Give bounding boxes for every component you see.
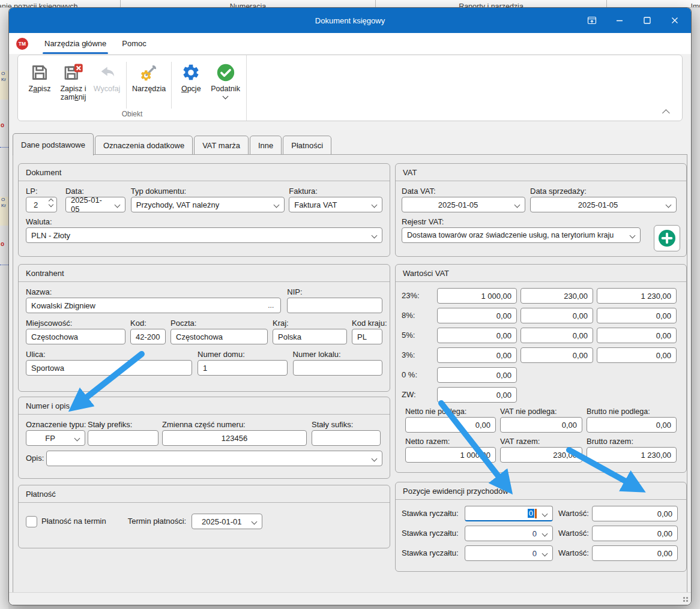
maximize-button[interactable] (633, 8, 661, 33)
stawka-ryczaltu-dropdown-2[interactable]: 0 (465, 526, 553, 541)
ribbon-separator (126, 62, 127, 109)
ulica-label: Ulica: (26, 349, 192, 360)
group-numer-i-opis: Numer i opis Oznaczenie typu: Stały pref… (18, 397, 390, 479)
brutto-nie-podlega-input[interactable]: 0,00 (587, 417, 677, 433)
tab-dane-podstawowe[interactable]: Dane podstawowe (13, 133, 94, 155)
kraj-input[interactable]: Polska (273, 329, 347, 344)
numer-domu-input[interactable]: 1 (198, 360, 287, 376)
options-gear-icon (181, 61, 201, 85)
platnosc-na-termin-checkbox[interactable] (26, 516, 37, 527)
ribbon-tab-narzedzia-glowne[interactable]: Narzędzia główne (37, 33, 114, 54)
vat8-netto-input[interactable]: 0,00 (437, 308, 517, 323)
netto-razem-input[interactable]: 1 000,00 (405, 447, 496, 463)
data-vat-dropdown[interactable]: 2025-01-05 (402, 197, 525, 212)
numer-domu-label: Numer domu: (198, 349, 287, 360)
vat8-brutto-input[interactable]: 0,00 (597, 308, 677, 323)
vat3-brutto-input[interactable]: 0,00 (597, 347, 677, 363)
miejscowosc-input[interactable]: Częstochowa (26, 329, 125, 344)
numer-lokalu-input[interactable] (293, 360, 382, 376)
browse-button[interactable]: ... (266, 301, 276, 310)
dock-window-button[interactable] (578, 8, 606, 33)
stawka-ryczaltu-dropdown-3[interactable]: 0 (465, 545, 553, 561)
dock-window-icon (587, 15, 597, 26)
titlebar[interactable]: Dokument księgowy (9, 8, 691, 33)
vat0-netto-input[interactable]: 0,00 (437, 367, 517, 383)
group-wartosci-vat: Wartości VAT 23%: 1 000,00 230,00 1 230,… (395, 264, 687, 473)
chevron-down-icon (223, 94, 229, 100)
faktura-dropdown[interactable]: Faktura VAT (289, 197, 382, 212)
bg-fragment: Kr (1, 203, 8, 209)
vat5-vat-input[interactable]: 0,00 (520, 328, 593, 343)
vat23-vat-input[interactable]: 230,00 (520, 288, 593, 304)
nip-input[interactable] (287, 298, 382, 313)
vat23-netto-input[interactable]: 1 000,00 (437, 288, 517, 304)
poczta-input[interactable]: Częstochowa (170, 329, 268, 344)
termin-platnosci-dropdown[interactable]: 2025-01-01 (192, 514, 262, 529)
vat23-brutto-input[interactable]: 1 230,00 (597, 288, 677, 304)
save-and-close-button[interactable]: Zapisz i zamknij (56, 58, 90, 102)
group-kontrahent: Kontrahent Nazwa: Kowalski Zbigniew ... … (18, 264, 390, 392)
vat8-vat-input[interactable]: 0,00 (520, 308, 593, 323)
data-dropdown[interactable]: 2025-01-05 (65, 197, 125, 212)
staly-sufiks-input[interactable] (312, 430, 381, 446)
waluta-dropdown[interactable]: PLN - Złoty (26, 227, 382, 243)
vat-zw-netto-input[interactable]: 0,00 (437, 387, 517, 403)
kod-kraju-input[interactable]: PL (352, 329, 382, 344)
stawka-ryczaltu-label: Stawka ryczałtu: (402, 508, 465, 519)
staly-prefiks-label: Stały prefiks: (88, 419, 162, 430)
chevron-down-icon (542, 531, 548, 537)
zmienna-czesc-label: Zmienna część numeru: (162, 419, 312, 430)
tab-oznaczenia-dodatkowe[interactable]: Oznaczenia dodatkowe (95, 136, 193, 155)
background-app-left-edge: O Kr o O Kr o (0, 8, 8, 609)
stawka-ryczaltu-dropdown-1[interactable]: 0 (465, 506, 553, 521)
vat-razem-input[interactable]: 230,00 (500, 447, 582, 463)
tab-vat-marza[interactable]: VAT marża (194, 136, 249, 155)
resize-grip[interactable] (683, 597, 685, 599)
vat-nie-podlega-input[interactable]: 0,00 (500, 417, 582, 433)
ribbon-tab-pomoc[interactable]: Pomoc (114, 33, 154, 54)
vat-nie-podlega-label: VAT nie podlega: (500, 406, 582, 417)
data-sprzedazy-dropdown[interactable]: 2025-01-05 (530, 197, 677, 212)
netto-nie-podlega-input[interactable]: 0,00 (405, 417, 496, 433)
vat3-vat-input[interactable]: 0,00 (520, 347, 593, 363)
wartosc-input-1[interactable]: 0,00 (592, 506, 678, 521)
tab-platnosci[interactable]: Płatności (283, 136, 331, 155)
ulica-input[interactable]: Sportowa (26, 360, 192, 376)
app-logo[interactable]: TM (16, 38, 28, 50)
vat5-netto-input[interactable]: 0,00 (437, 328, 517, 343)
zmienna-czesc-input[interactable]: 123456 (162, 430, 307, 446)
save-button[interactable]: Zapisz (23, 58, 56, 93)
wartosc-input-2[interactable]: 0,00 (592, 526, 678, 541)
kod-input[interactable]: 42-200 (130, 329, 166, 344)
bg-fragment: Kr (1, 77, 8, 83)
brutto-razem-input[interactable]: 1 230,00 (587, 447, 677, 463)
minimize-button[interactable] (606, 8, 633, 33)
rejestr-vat-dropdown[interactable]: Dostawa towarów oraz świadczenie usług, … (402, 227, 641, 243)
typ-dokumentu-dropdown[interactable]: Przychody, VAT należny (131, 197, 285, 212)
wartosc-input-3[interactable]: 0,00 (592, 545, 678, 561)
poczta-label: Poczta: (170, 318, 268, 329)
tools-button[interactable]: Narzędzia (129, 58, 169, 93)
vat3-netto-input[interactable]: 0,00 (437, 347, 517, 363)
collapse-ribbon-icon[interactable] (662, 109, 670, 117)
staly-prefiks-input[interactable] (88, 430, 158, 446)
ribbon: Zapisz Zapisz i (17, 55, 683, 121)
oznaczenie-typu-dropdown[interactable]: FP (26, 430, 85, 446)
save-and-close-icon (63, 61, 83, 85)
kod-kraju-label: Kod kraju: (352, 318, 382, 329)
tab-inne[interactable]: Inne (250, 136, 282, 155)
taxpayer-button[interactable]: Podatnik (208, 58, 243, 98)
options-button[interactable]: Opcje (174, 58, 208, 93)
vat-rate-label: ZW: (402, 389, 437, 400)
check-circle-icon (216, 61, 236, 85)
nazwa-label: Nazwa: (26, 287, 281, 298)
staly-sufiks-label: Stały sufiks: (312, 419, 353, 430)
spinner-arrows-icon[interactable] (49, 199, 53, 206)
close-button[interactable] (661, 8, 689, 33)
vat5-brutto-input[interactable]: 0,00 (597, 328, 677, 343)
opis-dropdown[interactable] (46, 451, 382, 466)
lp-spinner[interactable]: 2 (26, 197, 57, 212)
nazwa-input[interactable]: Kowalski Zbigniew ... (26, 298, 281, 313)
add-vat-register-button[interactable] (654, 225, 680, 251)
vat-rate-label: 5%: (402, 330, 437, 341)
